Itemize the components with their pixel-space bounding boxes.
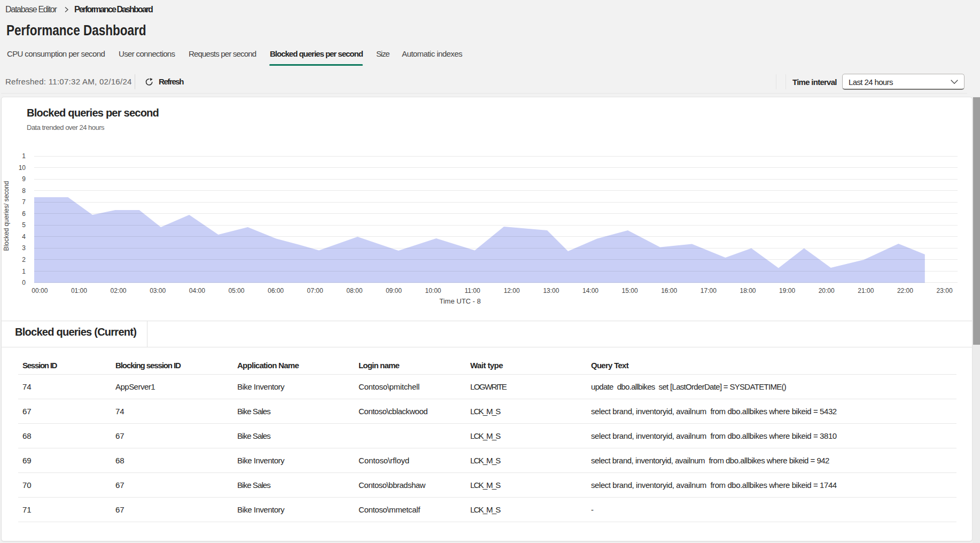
svg-text:08:00: 08:00 xyxy=(346,287,362,294)
svg-text:05:00: 05:00 xyxy=(228,287,244,294)
svg-text:15:00: 15:00 xyxy=(622,287,638,294)
svg-text:Blocked queries/ second: Blocked queries/ second xyxy=(3,181,10,251)
svg-text:7: 7 xyxy=(22,198,26,206)
svg-text:23:00: 23:00 xyxy=(937,287,953,294)
svg-text:06:00: 06:00 xyxy=(268,287,284,294)
svg-text:11:00: 11:00 xyxy=(465,287,480,294)
svg-text:00:00: 00:00 xyxy=(32,287,48,294)
svg-text:13:00: 13:00 xyxy=(543,287,559,294)
svg-text:5: 5 xyxy=(22,221,26,229)
svg-text:4: 4 xyxy=(22,233,26,241)
svg-text:02:00: 02:00 xyxy=(110,287,126,294)
svg-text:12:00: 12:00 xyxy=(504,287,520,294)
svg-text:03:00: 03:00 xyxy=(150,287,166,294)
svg-text:1: 1 xyxy=(22,152,26,160)
svg-text:21:00: 21:00 xyxy=(858,287,874,294)
svg-text:3: 3 xyxy=(22,244,26,252)
svg-text:19:00: 19:00 xyxy=(779,287,795,294)
svg-text:20:00: 20:00 xyxy=(819,287,835,294)
svg-text:01:00: 01:00 xyxy=(71,287,87,294)
svg-text:9: 9 xyxy=(22,175,26,183)
svg-text:Time UTC - 8: Time UTC - 8 xyxy=(439,297,481,305)
svg-text:09:00: 09:00 xyxy=(386,287,402,294)
svg-text:1: 1 xyxy=(22,268,26,275)
svg-text:04:00: 04:00 xyxy=(189,287,205,294)
svg-text:0: 0 xyxy=(22,279,26,286)
svg-text:17:00: 17:00 xyxy=(701,287,717,294)
svg-text:10:00: 10:00 xyxy=(425,287,441,294)
svg-text:8: 8 xyxy=(22,187,26,195)
svg-text:2: 2 xyxy=(22,256,26,263)
svg-text:10: 10 xyxy=(19,164,26,172)
svg-text:07:00: 07:00 xyxy=(307,287,323,294)
svg-text:6: 6 xyxy=(22,210,26,218)
svg-text:22:00: 22:00 xyxy=(897,287,913,294)
svg-text:18:00: 18:00 xyxy=(740,287,756,294)
svg-text:14:00: 14:00 xyxy=(582,287,598,294)
svg-text:16:00: 16:00 xyxy=(661,287,677,294)
